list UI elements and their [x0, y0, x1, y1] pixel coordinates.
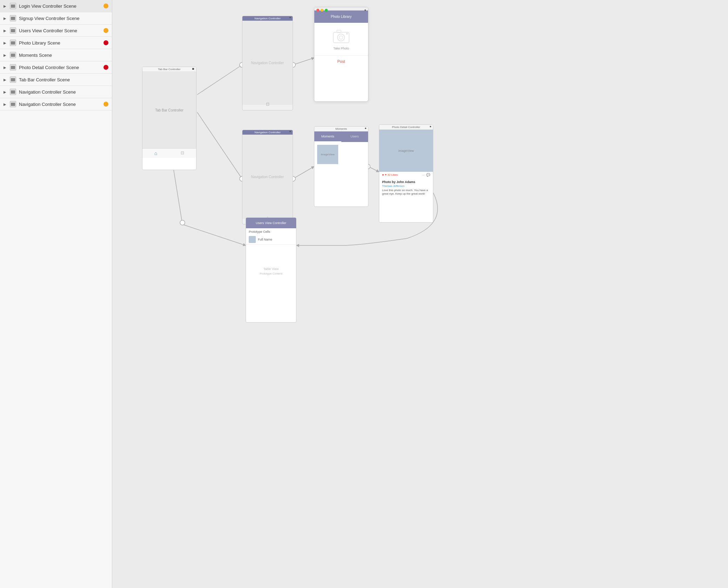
users-cell-thumbnail	[249, 236, 256, 243]
photo-detail-info: Photo by John Adams Thomas Jefferson Lov…	[379, 178, 433, 198]
sidebar-label: Login View Controller Scene	[19, 4, 101, 9]
minimize-button	[321, 9, 323, 12]
status-badge	[103, 28, 108, 33]
sidebar-item-signup[interactable]: ▶ Signup View Controller Scene	[0, 12, 112, 25]
take-photo-label: Take Photo	[333, 47, 349, 50]
nav-controller-2-header: Navigation Controller	[242, 130, 293, 135]
camera-indicator: ⊡	[266, 102, 269, 107]
users-prototype-label: Prototype Cells	[246, 228, 296, 235]
svg-line-5	[293, 167, 314, 179]
tab-bar-label: Tab Bar Controller	[155, 108, 183, 112]
photo-detail-image-label: imageView	[399, 149, 414, 153]
sidebar-item-photo-detail[interactable]: ▶ Photo Detail Controller Scene	[0, 61, 112, 74]
table-view-label: Table View	[263, 267, 279, 271]
traffic-lights	[314, 7, 330, 13]
svg-point-15	[339, 36, 343, 39]
sidebar: ▶ Login View Controller Scene ▶ Signup V…	[0, 0, 112, 588]
status-badge	[103, 102, 108, 107]
photo-username: Thomas Jefferson	[382, 184, 430, 188]
sidebar-item-users[interactable]: ▶ Users View Controller Scene	[0, 25, 112, 37]
view-controller-icon	[10, 101, 16, 107]
nav-dot	[430, 126, 431, 127]
view-controller-icon	[10, 27, 16, 34]
table-prototype-label: Prototype Content	[260, 272, 282, 275]
photo-detail-action-bar: ♥ ♥ 32 Likes ··· 💬	[379, 172, 433, 178]
sidebar-item-nav2[interactable]: ▶ Navigation Controller Scene	[0, 98, 112, 110]
nav-dot	[289, 131, 291, 132]
heart-icon: ♥	[382, 173, 384, 177]
users-cell-name: Full Name	[258, 238, 272, 241]
photo-detail-header-bar: Photo Detail Controller	[379, 125, 433, 130]
nav-controller-1-label: Navigation Controller	[251, 61, 284, 65]
photo-library-camera-area: Take Photo	[314, 23, 368, 55]
comment-icon: 💬	[426, 173, 430, 177]
sidebar-label: Photo Library Scene	[19, 40, 101, 46]
sidebar-item-nav1[interactable]: ▶ Navigation Controller Scene	[0, 86, 112, 98]
camera-icon: ⊡	[181, 150, 184, 156]
photo-library-titlebar	[314, 7, 368, 11]
chevron-right-icon: ▶	[4, 66, 7, 69]
status-badge	[103, 40, 108, 45]
users-table-view: Table View Prototype Content	[246, 245, 296, 297]
nav-controller-1-header: Navigation Controller	[242, 16, 293, 21]
svg-line-1	[197, 112, 242, 179]
sidebar-item-moments[interactable]: ▶ Moments Scene	[0, 49, 112, 61]
svg-line-6	[368, 167, 379, 172]
users-view-controller-scene: Users View Controller Prototype Cells Fu…	[246, 217, 296, 323]
photo-detail-scene: Photo Detail Controller imageView ♥ ♥ 32…	[379, 124, 433, 223]
view-controller-icon	[10, 64, 16, 70]
users-cell: Full Name	[246, 235, 296, 245]
photo-detail-image-view: imageView	[379, 130, 433, 172]
connections-layer	[112, 0, 728, 526]
nav-controller-2-body: Navigation Controller ⌂	[242, 135, 293, 219]
view-controller-icon	[10, 15, 16, 21]
view-controller-icon	[10, 3, 16, 9]
svg-line-0	[197, 65, 242, 95]
moments-tab-users[interactable]: Users	[341, 131, 368, 142]
tab-bar-scene-content: Tab Bar Controller	[142, 72, 196, 148]
moments-header-bar: Moments	[314, 127, 368, 131]
photo-title: Photo by John Adams	[382, 180, 430, 184]
nav-controller-2-label: Navigation Controller	[251, 175, 284, 179]
sidebar-label: Users View Controller Scene	[19, 28, 101, 33]
nav-dot	[365, 9, 366, 11]
users-nav-bar: Users View Controller	[246, 218, 296, 228]
storyboard-canvas[interactable]: Tab Bar Controller Tab Bar Controller ⌂ …	[112, 0, 728, 588]
tab-bar-scene-header: Tab Bar Controller	[142, 67, 196, 72]
moments-tab-moments[interactable]: Moments	[314, 131, 341, 142]
photo-comment: Love this photo so much. You have a grea…	[382, 189, 430, 196]
users-nav-title: Users View Controller	[256, 221, 286, 225]
sidebar-item-photo-library[interactable]: ▶ Photo Library Scene	[0, 37, 112, 49]
nav-dot	[365, 128, 366, 129]
home-icon: ⌂	[154, 150, 157, 156]
maximize-button	[325, 9, 328, 12]
nav-dot	[289, 17, 291, 18]
camera-icon	[332, 28, 351, 44]
svg-line-4	[293, 58, 314, 65]
sidebar-item-login[interactable]: ▶ Login View Controller Scene	[0, 0, 112, 12]
view-controller-icon	[10, 52, 16, 58]
sidebar-label: Photo Detail Controller Scene	[19, 65, 101, 70]
chevron-right-icon: ▶	[4, 102, 7, 106]
ellipsis-icon: ···	[422, 173, 425, 177]
status-badge	[103, 65, 108, 70]
likes-label: ♥ 32 Likes	[385, 173, 422, 177]
status-badge	[103, 4, 108, 8]
chevron-right-icon: ▶	[4, 78, 7, 82]
photo-library-nav-title: Photo Library	[331, 15, 352, 19]
sidebar-label: Moments Scene	[19, 53, 108, 58]
moments-controller-label: Moments	[335, 127, 347, 130]
chevron-right-icon: ▶	[4, 29, 7, 33]
close-button	[316, 9, 319, 12]
view-controller-icon	[10, 89, 16, 95]
svg-line-3	[182, 224, 246, 245]
tab-bar-icons: ⌂ ⊡	[142, 148, 196, 158]
view-controller-icon	[10, 76, 16, 83]
chevron-right-icon: ▶	[4, 90, 7, 94]
sidebar-item-tab-bar[interactable]: ▶ Tab Bar Controller Scene	[0, 74, 112, 86]
moments-scene: Moments Moments Users imageView	[314, 126, 368, 207]
svg-point-14	[338, 34, 345, 41]
svg-line-2	[174, 170, 182, 224]
chevron-right-icon: ▶	[4, 16, 7, 20]
moments-image-view: imageView	[317, 145, 338, 164]
